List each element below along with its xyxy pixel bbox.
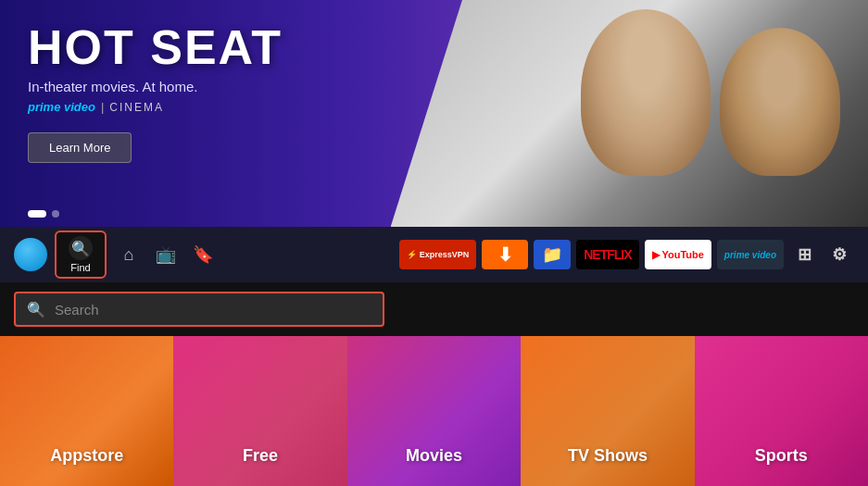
netflix-label: NETFLIX — [584, 247, 631, 262]
downloader-app[interactable]: ⬇ — [482, 240, 528, 269]
find-button[interactable]: 🔍 Find — [55, 231, 107, 279]
downloader-icon: ⬇ — [497, 243, 513, 266]
hero-banner: HOT SEAT In-theater movies. At home. pri… — [0, 0, 868, 227]
free-tile[interactable]: Free — [173, 336, 346, 486]
prime-video-app[interactable]: prime video — [717, 240, 784, 269]
bookmark-icon[interactable]: 🔖 — [188, 240, 218, 269]
app-grid-button[interactable]: ⊞ — [789, 240, 819, 269]
hero-subtitle: In-theater movies. At home. — [28, 79, 283, 94]
tvshows-tile[interactable]: TV Shows — [521, 336, 694, 486]
cinema-label: CINEMA — [109, 101, 164, 114]
files-app[interactable]: 📁 — [534, 240, 571, 269]
free-label: Free — [243, 446, 278, 466]
movies-label: Movies — [406, 446, 462, 466]
settings-icon: ⚙ — [832, 244, 847, 265]
slide-dots — [28, 210, 59, 218]
appstore-tile[interactable]: Appstore — [0, 336, 173, 486]
find-label: Find — [70, 262, 90, 273]
sports-label: Sports — [755, 446, 808, 466]
hero-text-block: HOT SEAT In-theater movies. At home. pri… — [28, 23, 283, 163]
prime-video-logo: prime video — [28, 100, 95, 114]
search-icon: 🔍 — [27, 301, 45, 318]
slide-dot-1[interactable] — [28, 210, 46, 218]
hero-brand: prime video | CINEMA — [28, 100, 283, 114]
appstore-label: Appstore — [50, 446, 123, 466]
hero-title: HOT SEAT — [28, 23, 283, 71]
files-icon: 📁 — [542, 244, 562, 265]
tvshows-label: TV Shows — [568, 446, 648, 466]
character-2 — [720, 28, 840, 176]
search-placeholder-text: Search — [55, 302, 99, 318]
expressvpn-app[interactable]: ⚡ ExpressVPN — [399, 240, 476, 269]
netflix-app[interactable]: NETFLIX — [576, 240, 638, 269]
search-bar[interactable]: 🔍 Search — [14, 292, 384, 327]
learn-more-button[interactable]: Learn More — [28, 132, 132, 163]
category-tiles: Appstore Free Movies TV Shows Sports — [0, 336, 868, 486]
tv-icon[interactable]: 📺 — [151, 240, 181, 269]
search-bar-container: 🔍 Search — [0, 282, 868, 336]
slide-dot-2[interactable] — [52, 210, 59, 218]
home-icon[interactable]: ⌂ — [114, 240, 144, 269]
movies-tile[interactable]: Movies — [347, 336, 521, 486]
navigation-bar: 🔍 Find ⌂ 📺 🔖 ⚡ ExpressVPN ⬇ 📁 NETFLIX ▶ … — [0, 227, 868, 282]
expressvpn-label: ⚡ ExpressVPN — [407, 250, 469, 259]
user-avatar[interactable] — [14, 238, 47, 271]
youtube-label: ▶ YouTube — [652, 249, 704, 261]
character-1 — [581, 9, 711, 176]
app-icons-bar: ⚡ ExpressVPN ⬇ 📁 NETFLIX ▶ YouTube prime… — [399, 240, 854, 269]
prime-video-label: prime video — [724, 250, 776, 260]
sports-tile[interactable]: Sports — [695, 336, 868, 486]
youtube-app[interactable]: ▶ YouTube — [645, 240, 711, 269]
settings-button[interactable]: ⚙ — [824, 240, 854, 269]
brand-divider: | — [101, 100, 104, 114]
find-icon: 🔍 — [69, 236, 93, 260]
grid-icon: ⊞ — [798, 244, 811, 265]
